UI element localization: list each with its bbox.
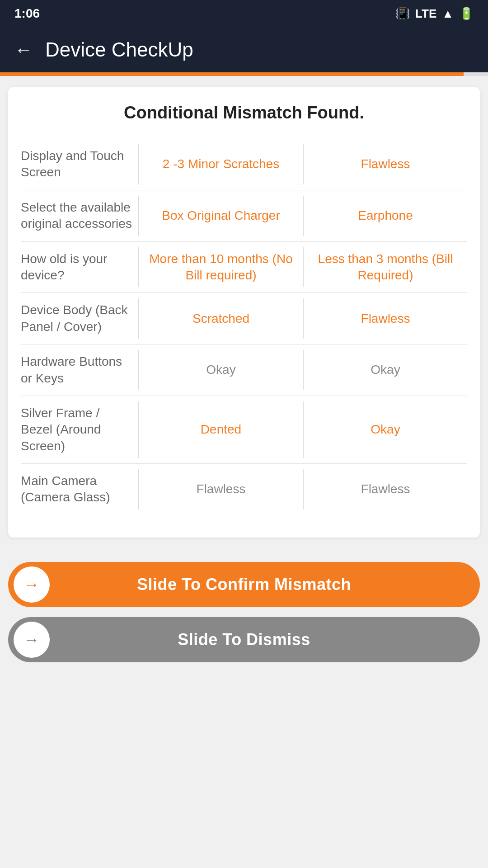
row-label: Silver Frame / Bezel (Around Screen): [21, 396, 138, 463]
table-row: Device Body (Back Panel / Cover) Scratch…: [21, 293, 467, 344]
row-value2: Flawless: [304, 139, 467, 190]
vibrate-icon: 📳: [395, 7, 410, 21]
row-value1: Flawless: [139, 464, 303, 515]
page-title: Device CheckUp: [45, 38, 193, 61]
progress-bar-fill: [0, 72, 464, 76]
confirm-button-label: Slide To Confirm Mismatch: [8, 575, 480, 594]
row-label: Select the available original accessorie…: [21, 190, 138, 241]
row-value2: Less than 3 months (Bill Required): [304, 242, 467, 293]
row-value1: Okay: [139, 344, 303, 396]
row-label: Display and Touch Screen: [21, 139, 138, 190]
row-value1: Scratched: [139, 293, 303, 344]
status-time: 1:06: [14, 6, 40, 21]
row-value2: Okay: [304, 396, 467, 463]
table-row: Silver Frame / Bezel (Around Screen) Den…: [21, 396, 467, 464]
buttons-area: → Slide To Confirm Mismatch → Slide To D…: [0, 548, 488, 676]
row-value2: Okay: [304, 344, 467, 396]
battery-icon: 🔋: [459, 7, 474, 21]
row-value1: Dented: [139, 396, 303, 463]
table-row: How old is your device? More than 10 mon…: [21, 242, 467, 293]
back-button[interactable]: ←: [14, 40, 33, 60]
status-icons: 📳 LTE ▲ 🔋: [395, 7, 474, 21]
row-value1: 2 -3 Minor Scratches: [139, 139, 303, 190]
row-value2: Earphone: [304, 190, 467, 241]
table-row: Hardware Buttons or Keys Okay Okay: [21, 344, 467, 396]
confirm-mismatch-button[interactable]: → Slide To Confirm Mismatch: [8, 562, 480, 607]
main-card: Conditional Mismatch Found. Display and …: [8, 87, 480, 538]
header: ← Device CheckUp: [0, 27, 488, 72]
table-row: Display and Touch Screen 2 -3 Minor Scra…: [21, 139, 467, 190]
dismiss-button-label: Slide To Dismiss: [8, 630, 480, 649]
table-row: Main Camera (Camera Glass) Flawless Flaw…: [21, 464, 467, 515]
row-value1: Box Original Charger: [139, 190, 303, 241]
row-label: Device Body (Back Panel / Cover): [21, 293, 138, 344]
table-row: Select the available original accessorie…: [21, 190, 467, 242]
confirm-arrow-icon: →: [14, 566, 50, 603]
row-label: Hardware Buttons or Keys: [21, 344, 138, 396]
progress-bar-container: [0, 72, 488, 76]
row-label: Main Camera (Camera Glass): [21, 464, 138, 515]
row-value1: More than 10 months (No Bill required): [139, 242, 303, 293]
signal-icon: ▲: [442, 7, 454, 21]
card-title: Conditional Mismatch Found.: [21, 103, 467, 123]
row-value2: Flawless: [304, 464, 467, 515]
lte-label: LTE: [415, 7, 436, 21]
dismiss-arrow-icon: →: [14, 622, 50, 658]
row-label: How old is your device?: [21, 242, 138, 293]
status-bar: 1:06 📳 LTE ▲ 🔋: [0, 0, 488, 27]
dismiss-button[interactable]: → Slide To Dismiss: [8, 617, 480, 662]
row-value2: Flawless: [304, 293, 467, 344]
